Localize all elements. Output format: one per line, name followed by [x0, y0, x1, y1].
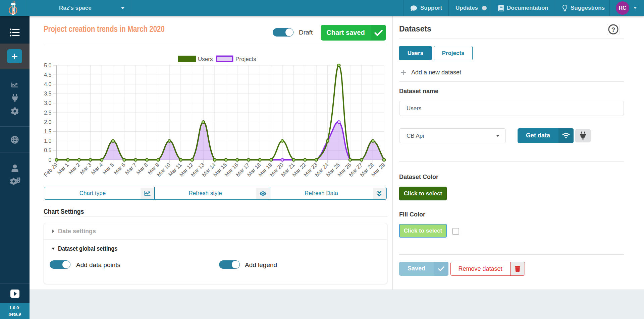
- svg-text:2.5: 2.5: [44, 110, 51, 116]
- svg-text:Mar 4: Mar 4: [90, 162, 104, 176]
- svg-text:Mar 3: Mar 3: [79, 162, 93, 176]
- svg-text:Mar 6: Mar 6: [113, 162, 126, 176]
- svg-text:2.0: 2.0: [44, 119, 51, 125]
- svg-text:1.5: 1.5: [44, 129, 51, 134]
- svg-text:Projects: Projects: [235, 56, 256, 62]
- svg-text:Users: Users: [198, 56, 213, 62]
- svg-text:0: 0: [49, 157, 52, 163]
- svg-text:1.0: 1.0: [44, 138, 51, 144]
- svg-text:3.5: 3.5: [44, 91, 51, 97]
- svg-text:Mar 8: Mar 8: [135, 162, 149, 176]
- svg-text:3.0: 3.0: [44, 100, 51, 106]
- svg-text:Mar 5: Mar 5: [101, 162, 115, 176]
- svg-text:4.5: 4.5: [44, 72, 51, 78]
- svg-text:Mar 1: Mar 1: [56, 162, 70, 176]
- svg-text:Mar 2: Mar 2: [67, 162, 81, 176]
- svg-text:5.0: 5.0: [44, 63, 51, 68]
- svg-text:0.5: 0.5: [44, 147, 51, 153]
- svg-text:4.0: 4.0: [44, 81, 51, 87]
- svg-text:Mar 7: Mar 7: [124, 162, 138, 176]
- svg-text:Feb 29: Feb 29: [43, 162, 58, 178]
- svg-text:?: ?: [611, 26, 615, 33]
